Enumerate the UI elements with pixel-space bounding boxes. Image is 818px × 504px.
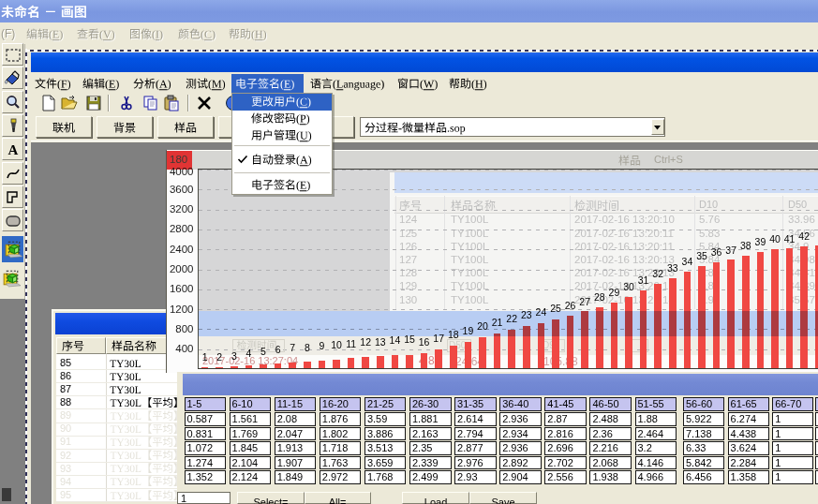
svg-text:A: A — [7, 142, 18, 157]
